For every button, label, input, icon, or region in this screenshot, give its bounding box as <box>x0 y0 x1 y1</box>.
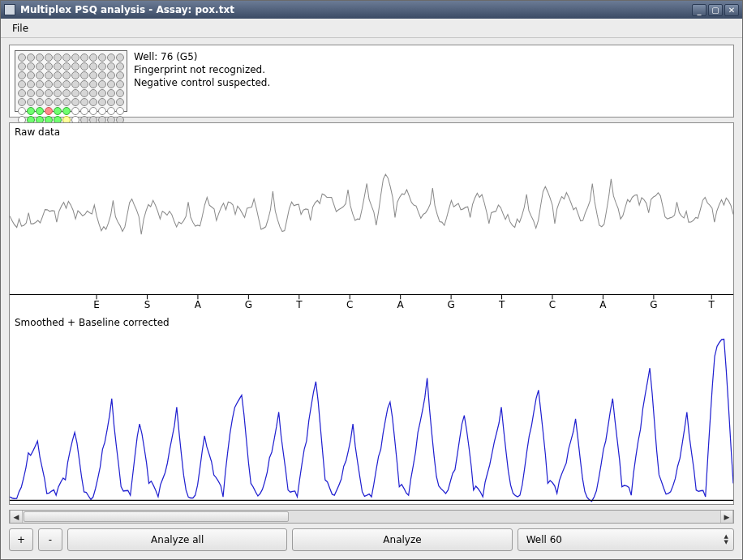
well[interactable] <box>45 107 53 115</box>
well-selector-combo[interactable]: Well 60 ▲▼ <box>518 528 734 551</box>
well[interactable] <box>89 62 97 71</box>
well[interactable] <box>36 98 44 106</box>
well[interactable] <box>89 80 97 88</box>
well[interactable] <box>71 62 79 71</box>
well[interactable] <box>80 71 88 79</box>
well[interactable] <box>54 71 62 79</box>
well[interactable] <box>36 53 44 62</box>
well[interactable] <box>62 98 71 106</box>
well[interactable] <box>89 107 97 115</box>
well[interactable] <box>27 89 35 97</box>
well[interactable] <box>62 107 71 115</box>
minimize-button[interactable]: _ <box>692 4 706 16</box>
well[interactable] <box>98 107 106 115</box>
well[interactable] <box>54 53 62 62</box>
well[interactable] <box>45 89 53 97</box>
well[interactable] <box>18 71 26 79</box>
well[interactable] <box>54 89 62 97</box>
well[interactable] <box>98 80 106 88</box>
close-button[interactable]: ✕ <box>724 4 739 16</box>
well[interactable] <box>36 62 44 71</box>
well[interactable] <box>98 53 106 62</box>
well[interactable] <box>36 71 44 79</box>
well[interactable] <box>18 107 26 115</box>
well[interactable] <box>116 89 124 97</box>
well[interactable] <box>107 62 115 71</box>
spinner-arrows-icon[interactable]: ▲▼ <box>724 534 728 545</box>
well[interactable] <box>71 107 79 115</box>
well[interactable] <box>18 89 26 97</box>
zoom-out-button[interactable]: - <box>38 528 62 551</box>
well[interactable] <box>116 62 124 71</box>
well[interactable] <box>27 107 35 115</box>
well[interactable] <box>89 71 97 79</box>
well[interactable] <box>116 80 124 88</box>
well[interactable] <box>45 98 53 106</box>
well[interactable] <box>45 62 53 71</box>
plate-map[interactable] <box>15 50 127 112</box>
well[interactable] <box>71 80 79 88</box>
well[interactable] <box>62 53 71 62</box>
well[interactable] <box>80 89 88 97</box>
well[interactable] <box>18 62 26 71</box>
well[interactable] <box>54 62 62 71</box>
well[interactable] <box>27 53 35 62</box>
well[interactable] <box>27 71 35 79</box>
analyze-all-button[interactable]: Analyze all <box>67 528 287 551</box>
well[interactable] <box>27 80 35 88</box>
well[interactable] <box>80 98 88 106</box>
well[interactable] <box>27 98 35 106</box>
scroll-left-icon[interactable]: ◀ <box>10 511 23 523</box>
well[interactable] <box>36 80 44 88</box>
well[interactable] <box>107 53 115 62</box>
well[interactable] <box>71 98 79 106</box>
well[interactable] <box>18 98 26 106</box>
well[interactable] <box>36 89 44 97</box>
title-bar[interactable]: Multiplex PSQ analysis - Assay: pox.txt … <box>1 1 742 19</box>
well[interactable] <box>54 107 62 115</box>
well[interactable] <box>36 107 44 115</box>
well[interactable] <box>45 71 53 79</box>
well[interactable] <box>116 98 124 106</box>
well[interactable] <box>98 89 106 97</box>
well[interactable] <box>107 98 115 106</box>
well[interactable] <box>54 80 62 88</box>
well[interactable] <box>107 80 115 88</box>
well[interactable] <box>98 71 106 79</box>
well[interactable] <box>62 80 71 88</box>
well[interactable] <box>80 62 88 71</box>
well[interactable] <box>89 98 97 106</box>
well[interactable] <box>27 62 35 71</box>
well[interactable] <box>71 53 79 62</box>
well[interactable] <box>45 80 53 88</box>
well[interactable] <box>107 89 115 97</box>
well[interactable] <box>18 53 26 62</box>
well[interactable] <box>45 53 53 62</box>
analyze-button[interactable]: Analyze <box>292 528 512 551</box>
well[interactable] <box>18 80 26 88</box>
horizontal-scrollbar[interactable]: ◀ ▶ <box>9 510 734 524</box>
well[interactable] <box>62 62 71 71</box>
well[interactable] <box>62 71 71 79</box>
well[interactable] <box>80 53 88 62</box>
well[interactable] <box>116 71 124 79</box>
well[interactable] <box>98 62 106 71</box>
well[interactable] <box>89 89 97 97</box>
scroll-track[interactable] <box>23 511 720 523</box>
well[interactable] <box>80 107 88 115</box>
well[interactable] <box>116 53 124 62</box>
well[interactable] <box>107 71 115 79</box>
well[interactable] <box>89 53 97 62</box>
menu-file[interactable]: File <box>6 20 35 36</box>
maximize-button[interactable]: ▢ <box>708 4 723 16</box>
zoom-in-button[interactable]: + <box>9 528 33 551</box>
well[interactable] <box>98 98 106 106</box>
well[interactable] <box>107 107 115 115</box>
well[interactable] <box>116 107 124 115</box>
scroll-thumb[interactable] <box>24 511 289 522</box>
scroll-right-icon[interactable]: ▶ <box>720 511 733 523</box>
well[interactable] <box>71 89 79 97</box>
well[interactable] <box>62 89 71 97</box>
well[interactable] <box>54 98 62 106</box>
well[interactable] <box>80 80 88 88</box>
